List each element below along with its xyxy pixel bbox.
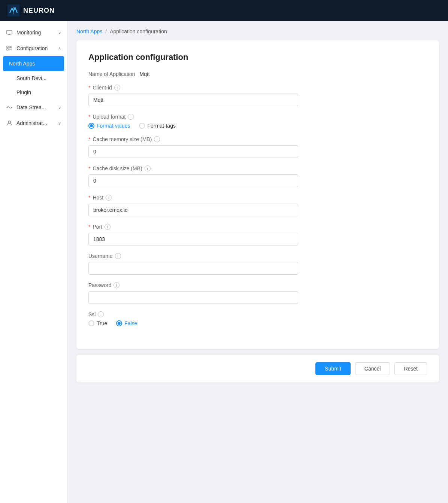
- radio-format-values[interactable]: Format-values: [88, 123, 130, 129]
- svg-rect-5: [7, 46, 8, 48]
- breadcrumb-separator: /: [105, 28, 107, 34]
- cache-disk-input[interactable]: [88, 174, 298, 187]
- sidebar-item-monitoring[interactable]: Monitoring ∨: [0, 25, 67, 40]
- password-info-icon[interactable]: i: [113, 282, 119, 288]
- password-field-row: Password i: [88, 282, 427, 304]
- radio-ssl-false-circle: [116, 320, 122, 326]
- cache-memory-label: * Cache memory size (MB) i: [88, 136, 427, 142]
- ssl-label: Ssl i: [88, 311, 427, 317]
- radio-ssl-true-label: True: [97, 320, 107, 326]
- host-required: *: [88, 195, 90, 201]
- svg-rect-10: [9, 50, 12, 51]
- client-id-label: * Client-id i: [88, 85, 427, 91]
- radio-ssl-false-label: False: [124, 320, 137, 326]
- sidebar-item-label-plugin: Plugin: [16, 89, 31, 95]
- client-id-required: *: [88, 85, 90, 91]
- upload-format-label: * Upload format i: [88, 114, 427, 120]
- upload-format-radio-group: Format-values Format-tags: [88, 123, 427, 129]
- upload-format-required: *: [88, 114, 90, 120]
- sidebar-item-configuration[interactable]: Configuration ∧: [0, 40, 67, 56]
- port-input[interactable]: [88, 233, 298, 246]
- sidebar-item-north-apps[interactable]: North Apps: [3, 56, 64, 71]
- sidebar-item-label-south-devi: South Devi...: [16, 75, 46, 81]
- cache-disk-info-icon[interactable]: i: [145, 165, 151, 171]
- svg-rect-8: [9, 47, 12, 48]
- sidebar-item-label-data-strea: Data Strea...: [16, 104, 46, 110]
- upload-format-info-icon[interactable]: i: [128, 114, 134, 120]
- svg-rect-2: [7, 30, 12, 34]
- cache-memory-input[interactable]: [88, 145, 298, 158]
- svg-rect-9: [9, 49, 12, 49]
- cache-disk-label: * Cache disk size (MB) i: [88, 165, 427, 171]
- username-label-text: Username: [88, 253, 113, 259]
- chevron-down-icon: ∨: [58, 30, 61, 35]
- sidebar: Monitoring ∨ Configuration ∧ North Apps: [0, 21, 67, 503]
- radio-format-values-label: Format-values: [97, 123, 130, 129]
- radio-ssl-false[interactable]: False: [116, 320, 137, 326]
- name-of-application-label: Name of Application: [88, 71, 135, 77]
- submit-button[interactable]: Submit: [315, 362, 351, 375]
- application-configuration-form: Application configuration Name of Applic…: [76, 40, 439, 349]
- client-id-label-text: Client-id: [93, 85, 112, 91]
- port-required: *: [88, 224, 90, 230]
- cache-memory-info-icon[interactable]: i: [154, 136, 160, 142]
- radio-ssl-true[interactable]: True: [88, 320, 107, 326]
- data-stream-icon: [6, 104, 13, 111]
- port-label-text: Port: [93, 224, 102, 230]
- ssl-label-text: Ssl: [88, 311, 96, 317]
- radio-format-values-circle: [88, 123, 94, 129]
- navbar-title: NEURON: [23, 7, 55, 15]
- breadcrumb-north-apps[interactable]: North Apps: [76, 28, 102, 34]
- sidebar-item-label-north-apps: North Apps: [9, 61, 35, 67]
- password-label: Password i: [88, 282, 427, 288]
- radio-format-tags-circle: [139, 123, 145, 129]
- radio-format-tags[interactable]: Format-tags: [139, 123, 175, 129]
- cache-memory-label-text: Cache memory size (MB): [93, 136, 152, 142]
- svg-point-12: [11, 107, 12, 108]
- form-title: Application configuration: [88, 52, 427, 62]
- client-id-info-icon[interactable]: i: [114, 85, 120, 91]
- client-id-field-row: * Client-id i: [88, 85, 427, 106]
- ssl-radio-group: True False: [88, 320, 427, 326]
- name-of-application-value: Mqtt: [140, 71, 150, 77]
- username-info-icon[interactable]: i: [115, 253, 121, 259]
- port-label: * Port i: [88, 224, 427, 230]
- host-input[interactable]: [88, 204, 298, 216]
- password-label-text: Password: [88, 282, 111, 288]
- cache-memory-field-row: * Cache memory size (MB) i: [88, 136, 427, 158]
- chevron-up-icon: ∧: [58, 46, 61, 51]
- host-info-icon[interactable]: i: [106, 195, 112, 201]
- svg-rect-7: [9, 46, 12, 47]
- config-icon: [6, 45, 13, 52]
- admin-icon: [6, 120, 13, 126]
- sidebar-item-label-monitoring: Monitoring: [16, 30, 41, 36]
- cache-memory-required: *: [88, 136, 90, 142]
- chevron-down-icon-admin: ∨: [58, 121, 61, 126]
- port-info-icon[interactable]: i: [105, 224, 111, 230]
- username-field-row: Username i: [88, 253, 427, 275]
- breadcrumb-current: Application configuration: [110, 28, 167, 34]
- navbar: NEURON: [0, 0, 448, 21]
- ssl-info-icon[interactable]: i: [98, 311, 104, 317]
- reset-button[interactable]: Reset: [394, 362, 427, 375]
- main-content: North Apps / Application configuration A…: [67, 21, 448, 503]
- name-of-application-row: Name of Application Mqtt: [88, 71, 427, 77]
- host-field-row: * Host i: [88, 195, 427, 216]
- password-input[interactable]: [88, 291, 298, 304]
- sidebar-item-plugin[interactable]: Plugin: [0, 85, 67, 100]
- chevron-down-icon-data: ∨: [58, 105, 61, 110]
- upload-format-label-text: Upload format: [93, 114, 125, 120]
- sidebar-item-administrat[interactable]: Administrat... ∨: [0, 115, 67, 131]
- sidebar-item-label-configuration: Configuration: [16, 45, 48, 51]
- radio-format-tags-label: Format-tags: [147, 123, 175, 129]
- client-id-input[interactable]: [88, 94, 298, 106]
- sidebar-item-data-strea[interactable]: Data Strea... ∨: [0, 100, 67, 115]
- username-input[interactable]: [88, 262, 298, 275]
- svg-point-11: [7, 107, 8, 108]
- action-bar: Submit Cancel Reset: [76, 355, 439, 382]
- cancel-button[interactable]: Cancel: [355, 362, 390, 375]
- neuron-logo-icon: [7, 4, 19, 16]
- upload-format-field-row: * Upload format i Format-values Format-t…: [88, 114, 427, 129]
- sidebar-item-south-devi[interactable]: South Devi...: [0, 71, 67, 85]
- svg-rect-6: [7, 49, 8, 50]
